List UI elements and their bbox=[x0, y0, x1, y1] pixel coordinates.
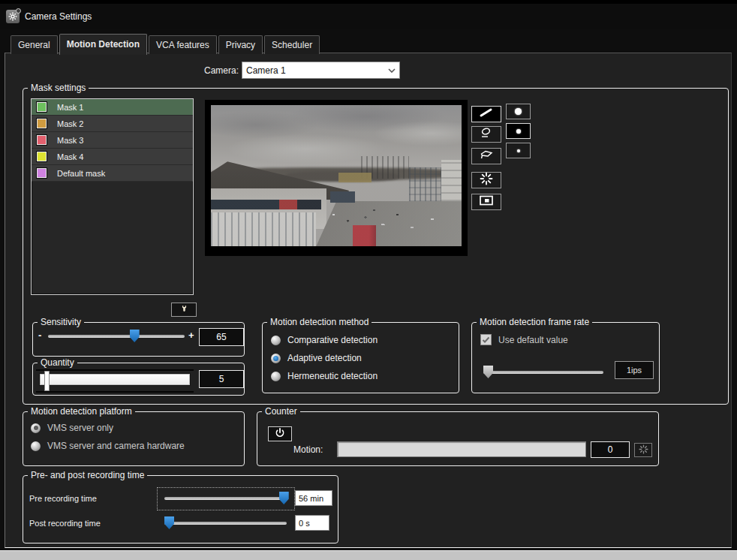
frame-rate-slider-thumb[interactable] bbox=[483, 366, 493, 378]
detection-method-group: Motion detection method Comparative dete… bbox=[262, 322, 459, 393]
brush-size-medium-icon bbox=[516, 129, 521, 134]
mask-label: Mask 1 bbox=[57, 103, 83, 112]
motion-progress-bar bbox=[337, 441, 586, 457]
title-bar: Camera Settings bbox=[0, 4, 737, 29]
radio-icon bbox=[271, 372, 281, 381]
frame-rate-value[interactable]: 1ips bbox=[615, 361, 654, 379]
preview-haze-overlay bbox=[211, 105, 462, 246]
mask-list-item[interactable]: Mask 1 bbox=[32, 99, 193, 116]
tab-strip: General Motion Detection VCA features Pr… bbox=[11, 33, 321, 54]
fill-frame-icon bbox=[479, 195, 494, 209]
tab-privacy[interactable]: Privacy bbox=[218, 35, 263, 54]
tab-motion-detection[interactable]: Motion Detection bbox=[59, 34, 147, 55]
checkbox-checked-icon bbox=[480, 334, 492, 345]
power-icon bbox=[275, 427, 285, 441]
radio-label: Comparative detection bbox=[287, 335, 378, 345]
camera-preview[interactable] bbox=[205, 100, 468, 256]
camera-select-value: Camera 1 bbox=[242, 65, 384, 76]
eraser-icon bbox=[478, 127, 495, 142]
checkbox-label: Use default value bbox=[498, 335, 568, 345]
mask-properties-button[interactable] bbox=[171, 303, 197, 317]
counter-value[interactable]: 0 bbox=[591, 441, 630, 458]
radio-vms-server-only[interactable]: VMS server only bbox=[31, 423, 113, 433]
radio-icon bbox=[31, 441, 41, 451]
brush-size-large-button[interactable] bbox=[506, 104, 531, 119]
quantity-slider-thumb[interactable] bbox=[44, 371, 50, 391]
quantity-group: Quantity 5 bbox=[32, 363, 245, 396]
camera-settings-window: Camera Settings General Motion Detection… bbox=[0, 0, 737, 560]
counter-enable-button[interactable] bbox=[268, 426, 292, 441]
sensitivity-value[interactable]: 65 bbox=[199, 328, 244, 346]
tab-general[interactable]: General bbox=[11, 35, 58, 54]
brush-size-medium-button[interactable] bbox=[506, 123, 531, 139]
frame-rate-group: Motion detection frame rate Use default … bbox=[471, 322, 660, 393]
radio-adaptive-detection[interactable]: Adaptive detection bbox=[271, 353, 362, 363]
radio-selected-icon bbox=[31, 423, 41, 433]
platform-group: Motion detection platform VMS server onl… bbox=[23, 411, 245, 466]
mask-list-item[interactable]: Default mask bbox=[32, 165, 193, 182]
radio-comparative-detection[interactable]: Comparative detection bbox=[271, 335, 378, 345]
mask-label: Default mask bbox=[57, 169, 105, 178]
pre-recording-value[interactable]: 56 min bbox=[295, 490, 332, 506]
sensitivity-group: Sensitivity - + 65 bbox=[32, 322, 245, 357]
mask-list[interactable]: Mask 1 Mask 2 Mask 3 Mask 4 Default mask bbox=[31, 98, 194, 295]
clear-mask-button[interactable] bbox=[471, 172, 501, 188]
camera-select[interactable]: Camera 1 bbox=[242, 62, 400, 79]
recording-time-group: Pre- and post recording time Pre recordi… bbox=[23, 475, 338, 543]
radio-vms-server-and-camera[interactable]: VMS server and camera hardware bbox=[31, 441, 185, 451]
use-default-value-checkbox[interactable]: Use default value bbox=[480, 334, 568, 345]
mask-settings-group: Mask settings Mask 1 Mask 2 Mask 3 Mask … bbox=[23, 88, 729, 405]
pre-recording-label: Pre recording time bbox=[29, 494, 97, 503]
sensitivity-legend: Sensitivity bbox=[38, 317, 84, 327]
mask-settings-legend: Mask settings bbox=[28, 83, 89, 93]
post-recording-slider-track[interactable] bbox=[164, 522, 287, 525]
sensitivity-minus[interactable]: - bbox=[38, 330, 41, 341]
radio-label: Adaptive detection bbox=[287, 353, 362, 363]
brush-size-small-button[interactable] bbox=[506, 143, 531, 158]
brush-size-large-icon bbox=[515, 108, 522, 115]
frame-rate-legend: Motion detection frame rate bbox=[477, 317, 592, 327]
radio-icon bbox=[271, 336, 281, 345]
fill-frame-button[interactable] bbox=[471, 194, 501, 210]
quantity-value[interactable]: 5 bbox=[199, 370, 244, 388]
mask-color-swatch bbox=[36, 167, 47, 179]
mask-color-swatch bbox=[36, 134, 47, 146]
post-recording-slider-thumb[interactable] bbox=[164, 516, 174, 529]
mask-list-item[interactable]: Mask 4 bbox=[32, 149, 193, 165]
tab-scheduler[interactable]: Scheduler bbox=[264, 35, 320, 54]
counter-legend: Counter bbox=[262, 406, 300, 417]
recording-time-legend: Pre- and post recording time bbox=[28, 470, 147, 480]
pen-tool-button[interactable] bbox=[471, 106, 501, 122]
mask-color-swatch bbox=[36, 151, 47, 162]
quantity-slider-panel bbox=[36, 369, 194, 393]
camera-label: Camera: bbox=[185, 65, 239, 76]
sensitivity-slider-thumb[interactable] bbox=[130, 330, 140, 342]
polygon-icon bbox=[478, 149, 495, 164]
mask-list-item[interactable]: Mask 3 bbox=[32, 132, 193, 149]
radio-hermeneutic-detection[interactable]: Hermeneutic detection bbox=[271, 371, 378, 381]
reset-burst-icon bbox=[639, 444, 648, 457]
post-recording-value[interactable]: 0 s bbox=[295, 515, 329, 531]
pre-recording-slider-track[interactable] bbox=[164, 497, 287, 500]
eraser-tool-button[interactable] bbox=[471, 126, 501, 143]
gear-icon bbox=[6, 10, 20, 23]
mask-color-swatch bbox=[36, 118, 47, 129]
window-title: Camera Settings bbox=[25, 11, 92, 22]
tab-vca-features[interactable]: VCA features bbox=[149, 35, 217, 54]
mask-color-swatch bbox=[36, 101, 47, 113]
window-bottom-edge bbox=[0, 550, 737, 560]
mask-label: Mask 4 bbox=[57, 152, 83, 161]
quantity-slider-track[interactable] bbox=[39, 373, 191, 386]
burst-icon bbox=[480, 172, 493, 188]
mask-list-item[interactable]: Mask 2 bbox=[32, 116, 193, 132]
sensitivity-slider-track[interactable] bbox=[48, 335, 185, 338]
camera-preview-photo bbox=[211, 105, 462, 246]
platform-legend: Motion detection platform bbox=[28, 406, 135, 417]
pen-icon bbox=[478, 107, 495, 121]
mask-label: Mask 3 bbox=[57, 136, 83, 145]
post-recording-label: Post recording time bbox=[29, 519, 101, 528]
frame-rate-slider-track[interactable] bbox=[483, 371, 603, 374]
counter-reset-button[interactable] bbox=[634, 443, 652, 457]
polygon-tool-button[interactable] bbox=[471, 148, 501, 164]
sensitivity-plus[interactable]: + bbox=[188, 330, 194, 341]
